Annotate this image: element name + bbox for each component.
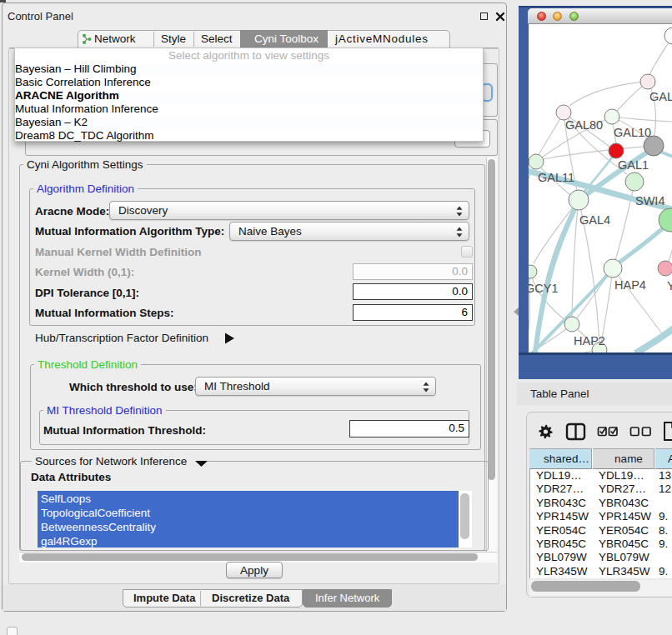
svg-text:GAL11: GAL11 <box>538 171 574 184</box>
svg-text:SWI4: SWI4 <box>635 194 664 208</box>
svg-text:GAL80: GAL80 <box>565 118 603 132</box>
svg-text:Y: Y <box>667 279 672 292</box>
svg-text:GAL7: GAL7 <box>649 90 672 103</box>
svg-text:GCY1: GCY1 <box>529 282 559 295</box>
svg-text:HAP4: HAP4 <box>614 278 646 292</box>
svg-text:GAL10: GAL10 <box>614 126 651 139</box>
svg-text:GAL1: GAL1 <box>618 158 649 172</box>
svg-text:HAP2: HAP2 <box>574 334 605 348</box>
svg-text:GAL4: GAL4 <box>579 213 610 227</box>
